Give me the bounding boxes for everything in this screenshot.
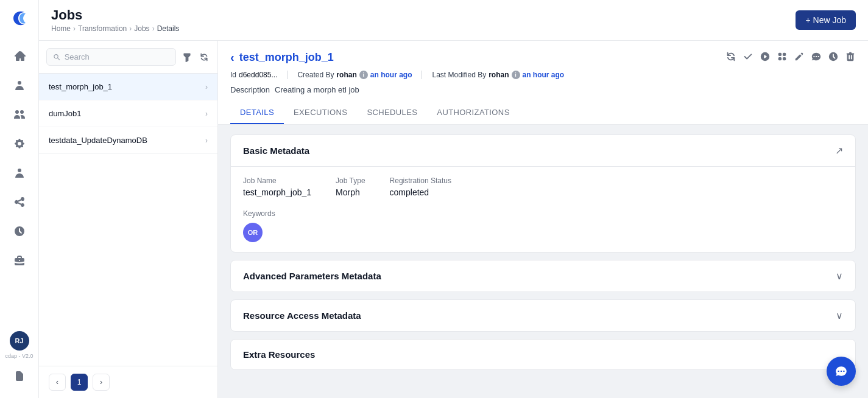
job-type-value: Morph xyxy=(336,187,365,197)
nav-bag[interactable] xyxy=(7,248,32,273)
detail-description: Description Creating a morph etl job xyxy=(230,85,856,94)
advanced-params-header[interactable]: Advanced Parameters Metadata ∨ xyxy=(231,260,855,292)
top-header: Jobs Home › Transformation › Jobs › Deta… xyxy=(39,0,868,41)
keywords-label: Keywords xyxy=(243,209,843,218)
tab-schedules[interactable]: SCHEDULES xyxy=(357,102,427,124)
action-edit[interactable] xyxy=(794,51,805,65)
new-job-button[interactable]: + New Job xyxy=(796,10,856,30)
modified-info-icon: i xyxy=(512,71,520,79)
registration-status-label: Registration Status xyxy=(390,176,451,185)
resource-access-header[interactable]: Resource Access Metadata ∨ xyxy=(231,300,855,331)
nav-document[interactable] xyxy=(7,364,32,388)
created-user: rohan xyxy=(336,71,356,79)
advanced-params-card: Advanced Parameters Metadata ∨ xyxy=(230,260,856,292)
prev-page-button[interactable]: ‹ xyxy=(49,374,66,391)
pagination: ‹ 1 › xyxy=(39,366,217,398)
filter-icon xyxy=(182,52,192,62)
basic-metadata-card: Basic Metadata ↗ Job Name test_morph_job… xyxy=(230,134,856,253)
meta-modified-group: Last Modified By rohan i an hour ago xyxy=(432,71,574,79)
nav-home[interactable] xyxy=(7,44,32,68)
basic-metadata-toggle: ↗ xyxy=(835,145,843,156)
breadcrumb-details: Details xyxy=(157,24,180,33)
meta-id-group: Id d6edd085... xyxy=(230,71,288,79)
content-row: test_morph_job_1 › dumJob1 › testdata_Up… xyxy=(39,41,868,398)
job-item-chevron-2: › xyxy=(205,136,208,145)
action-history[interactable] xyxy=(828,51,839,65)
header-left: Jobs Home › Transformation › Jobs › Deta… xyxy=(51,7,179,33)
filter-button[interactable] xyxy=(181,51,193,63)
keywords-row: Keywords OR xyxy=(243,209,843,242)
job-item-name-2: testdata_UpdateDynamoDB xyxy=(49,136,147,145)
main-area: Jobs Home › Transformation › Jobs › Deta… xyxy=(39,0,868,398)
job-item-chevron-1: › xyxy=(205,110,208,118)
job-item-name-1: dumJob1 xyxy=(49,109,81,118)
modified-time: an hour ago xyxy=(523,71,565,79)
search-input-wrap xyxy=(46,48,176,66)
breadcrumb: Home › Transformation › Jobs › Details xyxy=(51,24,179,33)
job-item-name-0: test_morph_job_1 xyxy=(49,82,112,91)
refresh-icon xyxy=(199,52,209,62)
nav-group[interactable] xyxy=(7,102,32,127)
tab-details[interactable]: DETAILS xyxy=(230,102,284,124)
nav-person2[interactable] xyxy=(7,161,32,185)
nav-user[interactable] xyxy=(7,73,32,97)
tab-executions[interactable]: EXECUTIONS xyxy=(284,102,357,124)
nav-share[interactable] xyxy=(7,190,32,214)
basic-metadata-title: Basic Metadata xyxy=(243,145,309,156)
back-chevron[interactable]: ‹ xyxy=(230,51,235,65)
resource-access-card: Resource Access Metadata ∨ xyxy=(230,299,856,332)
id-label: Id xyxy=(230,71,236,79)
created-time: an hour ago xyxy=(370,71,412,79)
meta-created-group: Created By rohan i an hour ago xyxy=(297,71,422,79)
detail-title-row: ‹ test_morph_job_1 xyxy=(230,51,856,65)
job-item-0[interactable]: test_morph_job_1 › xyxy=(39,74,217,100)
action-comment[interactable] xyxy=(811,51,822,65)
chat-fab[interactable] xyxy=(827,357,856,386)
breadcrumb-sep2: › xyxy=(129,24,132,33)
action-check[interactable] xyxy=(743,51,753,65)
tab-authorizations[interactable]: AUTHORIZATIONS xyxy=(427,102,519,124)
registration-status-group: Registration Status completed xyxy=(390,176,451,197)
breadcrumb-home[interactable]: Home xyxy=(51,24,71,33)
id-value: d6edd085... xyxy=(239,71,277,79)
sidebar-nav: RJ cdap - V2.0 xyxy=(0,0,39,398)
breadcrumb-transformation[interactable]: Transformation xyxy=(78,24,127,33)
action-delete[interactable] xyxy=(845,51,856,65)
action-play[interactable] xyxy=(760,51,771,65)
nav-settings[interactable] xyxy=(7,131,32,156)
action-refresh[interactable] xyxy=(725,51,736,65)
advanced-params-toggle: ∨ xyxy=(836,270,843,282)
modified-user: rohan xyxy=(489,71,509,79)
breadcrumb-jobs[interactable]: Jobs xyxy=(134,24,149,33)
next-page-button[interactable]: › xyxy=(93,374,110,391)
extra-resources-header[interactable]: Extra Resources xyxy=(231,340,855,369)
created-label: Created By xyxy=(297,71,334,79)
keyword-tag-0: OR xyxy=(243,223,263,242)
extra-resources-card: Extra Resources xyxy=(230,339,856,370)
version-label: cdap - V2.0 xyxy=(5,353,33,359)
job-item-2[interactable]: testdata_UpdateDynamoDB › xyxy=(39,127,217,154)
detail-tabs: DETAILS EXECUTIONS SCHEDULES AUTHORIZATI… xyxy=(230,102,856,124)
detail-title: ‹ test_morph_job_1 xyxy=(230,51,334,65)
basic-fields-row: Job Name test_morph_job_1 Job Type Morph… xyxy=(243,176,843,197)
job-name-value: test_morph_job_1 xyxy=(243,187,311,197)
registration-status-value: completed xyxy=(390,187,451,197)
page-1-button[interactable]: 1 xyxy=(71,374,88,391)
detail-meta: Id d6edd085... Created By rohan i an hou… xyxy=(230,71,856,79)
search-icon xyxy=(53,53,61,61)
search-input[interactable] xyxy=(65,52,169,61)
basic-metadata-header[interactable]: Basic Metadata ↗ xyxy=(231,135,855,167)
action-grid[interactable] xyxy=(777,51,788,65)
resource-access-toggle: ∨ xyxy=(836,310,843,321)
user-avatar[interactable]: RJ xyxy=(10,331,29,351)
job-item-1[interactable]: dumJob1 › xyxy=(39,100,217,127)
job-title: test_morph_job_1 xyxy=(239,51,334,64)
app-logo xyxy=(9,7,30,29)
job-item-chevron-0: › xyxy=(205,83,208,91)
nav-clock[interactable] xyxy=(7,219,32,243)
job-name-group: Job Name test_morph_job_1 xyxy=(243,176,311,197)
job-type-label: Job Type xyxy=(336,176,365,185)
refresh-button[interactable] xyxy=(198,51,210,63)
detail-header: ‹ test_morph_job_1 xyxy=(218,41,868,125)
breadcrumb-sep3: › xyxy=(152,24,155,33)
